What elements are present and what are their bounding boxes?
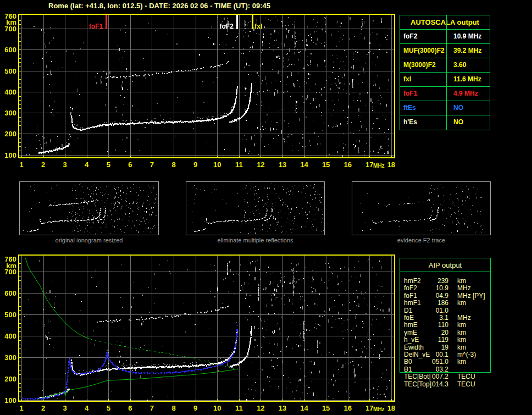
ionogram-canvas-bottom <box>19 256 394 401</box>
x-axis-tick: 4 <box>80 161 93 169</box>
row-value: 19 <box>420 344 448 351</box>
row-value: 20 <box>420 329 448 336</box>
x-axis-tick: 13 <box>276 404 289 412</box>
aip-row: hmF2239km <box>400 277 490 284</box>
row-label: foF2 <box>404 284 417 292</box>
row-note: [PY] <box>473 292 485 300</box>
x-axis-tick: 15 <box>319 161 332 169</box>
row-unit: km <box>457 344 466 351</box>
row-label: hmF1 <box>404 299 421 307</box>
row-value: 051.0 <box>420 358 448 366</box>
row-value: 10.9 <box>420 284 448 292</box>
aip-row: h_vE119km <box>400 336 490 343</box>
aip-row: Ewidth19km <box>400 344 490 351</box>
row-label: foF1 <box>404 292 417 300</box>
x-axis-tick: 12 <box>254 404 267 412</box>
marker-label-foF2: foF2 <box>201 23 234 30</box>
x-axis-tick: 3 <box>58 161 71 169</box>
x-axis-tick: 1 <box>15 161 28 169</box>
ionogram-canvas-top <box>19 15 394 157</box>
row-value: 4.9 MHz <box>453 87 478 101</box>
y-axis-tick: 600 <box>1 46 16 54</box>
row-value: 3.1 <box>420 314 448 322</box>
x-axis-tick: 6 <box>124 404 137 412</box>
row-label: hmE <box>404 321 418 329</box>
y-axis-tick: 100 <box>1 396 16 405</box>
ionogram-plot-top: foF1foF2fxI <box>18 14 395 158</box>
x-axis-tick: 11 <box>232 161 246 169</box>
aip-row: hmE110km <box>400 321 490 328</box>
x-axis-tick: 1 <box>15 404 28 412</box>
x-axis-tick: 14 <box>298 404 311 412</box>
row-value: 04.9 <box>420 292 448 300</box>
aip-panel-bottom-border <box>400 372 491 373</box>
row-value: 11.6 MHz <box>453 73 481 86</box>
row-label: foF1 <box>403 87 417 101</box>
x-axis-tick: 2 <box>37 404 50 412</box>
marker-label-foF1: foF1 <box>70 23 103 30</box>
table-row: h'EsNO <box>400 115 490 130</box>
aip-row: foF210.9MHz <box>400 284 490 291</box>
row-value: 186 <box>420 299 448 307</box>
aip-row: hmF1186km <box>400 299 490 306</box>
aip-row: foF104.9MHz[PY] <box>400 292 490 299</box>
thumbnail-canvas <box>186 182 324 235</box>
table-row: fxI11.6 MHz <box>400 73 490 87</box>
x-axis-tick: 9 <box>189 161 202 169</box>
row-unit: km <box>457 321 466 329</box>
x-axis-tick: 7 <box>145 404 158 412</box>
x-axis-tick: 16 <box>341 161 354 169</box>
x-axis-tick: 13 <box>276 161 289 169</box>
x-axis-tick: 3 <box>58 404 71 412</box>
x-axis-tick: 15 <box>319 404 332 412</box>
autoscala-output-panel: AUTOSCALA output foF210.9 MHzMUF(3000)F2… <box>400 15 490 130</box>
thumbnail-caption: eliminate multiple reflections <box>186 237 325 244</box>
y-axis-tick: 500 <box>1 67 16 75</box>
row-value: 239 <box>420 277 448 285</box>
row-value: NO <box>453 115 463 129</box>
y-axis-unit-label: km <box>1 18 16 26</box>
x-axis-tick: 10 <box>210 404 224 412</box>
thumbnail-evidence-f2 <box>352 181 491 235</box>
autoscala-screen: { "title": "Rome (lat: +41.8, lon: 012.5… <box>0 0 532 415</box>
x-axis-tick: 2 <box>37 161 50 169</box>
y-axis-tick: 300 <box>1 109 16 117</box>
x-axis-unit-label: MHz <box>373 406 385 412</box>
aip-output-panel: AIP output hmF2239kmfoF210.9MHzfoF104.9M… <box>400 258 491 373</box>
x-axis-tick: 9 <box>189 404 202 412</box>
y-axis-tick: 600 <box>1 289 16 297</box>
row-label: ymE <box>404 329 417 336</box>
aip-row: TEC[Bot]007.2TECU <box>400 373 490 380</box>
table-row: MUF(3000)F239.2 MHz <box>400 44 490 58</box>
row-unit: TECU <box>457 373 475 380</box>
row-value: 39.2 MHz <box>453 44 481 58</box>
row-unit: MHz <box>457 292 471 300</box>
y-axis-tick: 400 <box>1 88 16 96</box>
x-axis-tick: 12 <box>254 161 267 169</box>
y-axis-tick: 200 <box>1 375 16 383</box>
thumbnail-original-ionogram <box>19 181 159 235</box>
row-label: foF2 <box>403 30 417 43</box>
row-unit: km <box>457 299 466 307</box>
row-value: 014.3 <box>420 380 448 388</box>
x-axis-tick: 8 <box>167 404 180 412</box>
row-value: 007.2 <box>420 373 448 380</box>
row-value: 10.9 MHz <box>453 30 481 43</box>
table-row: foF14.9 MHz <box>400 87 490 101</box>
row-label: MUF(3000)F2 <box>403 44 445 58</box>
table-row: ftEsNO <box>400 101 490 115</box>
aip-row: ymE20km <box>400 329 490 336</box>
row-value: 00.1 <box>420 351 448 358</box>
table-row: foF210.9 MHz <box>400 30 490 44</box>
aip-row: foE3.1MHz <box>400 314 490 321</box>
header-divider <box>400 272 490 272</box>
row-label: h_vE <box>404 336 419 344</box>
marker-label-fxI: fxI <box>254 23 279 30</box>
row-label: foE <box>404 314 414 322</box>
aip-row: DelN_vE00.1m^(-3) <box>400 351 490 358</box>
y-axis-unit-label: km <box>1 262 16 270</box>
aip-row: B103.2 <box>400 366 490 373</box>
row-label: fxI <box>403 73 411 86</box>
x-axis-tick: 4 <box>80 404 93 412</box>
thumbnail-caption: original ionogram resized <box>19 237 159 244</box>
